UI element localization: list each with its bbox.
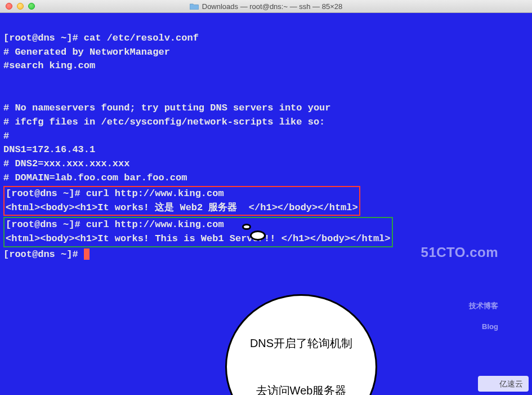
folder-icon [190, 3, 199, 10]
cloud-icon [484, 380, 496, 388]
terminal-line: # [3, 131, 9, 141]
watermark-51cto: 51CTO.com 技术博客 Blog [421, 214, 498, 371]
highlight-box-red: [root@dns ~]# curl http://www.king.com <… [3, 186, 360, 216]
window-title: Downloads — root@dns:~ — ssh — 85×28 [202, 2, 343, 11]
callout-line: DNS开启了轮询机制 [238, 335, 364, 351]
watermark-text: 51CTO.com [421, 242, 498, 262]
terminal-line: #search king.com [3, 60, 95, 71]
terminal-line: DNS1=172.16.43.1 [3, 144, 95, 155]
terminal-line: [root@dns ~]# curl http://www.king.com [6, 219, 224, 230]
terminal-line: [root@dns ~]# curl http://www.king.com [6, 188, 224, 199]
speech-bubble: DNS开启了轮询机制 去访问Web服务器 [225, 238, 377, 395]
terminal-cursor [84, 248, 90, 260]
terminal-line: <html><body><h1>It works! 这是 Web2 服务器 </… [6, 202, 358, 213]
bubble-tail-icon [250, 230, 266, 241]
bubble-body: DNS开启了轮询机制 去访问Web服务器 [225, 294, 377, 395]
terminal-line: [root@dns ~]# cat /etc/resolv.conf [3, 33, 199, 43]
watermark-text: 亿速云 [499, 378, 523, 389]
window-titlebar: Downloads — root@dns:~ — ssh — 85×28 [0, 0, 532, 13]
terminal-content[interactable]: [root@dns ~]# cat /etc/resolv.conf # Gen… [0, 13, 532, 395]
terminal-prompt: [root@dns ~]# [3, 249, 84, 260]
bubble-tail-icon [242, 224, 251, 230]
watermark-text: Blog [482, 322, 498, 331]
terminal-line: # Generated by NetworkManager [3, 47, 170, 57]
close-window-button[interactable] [6, 3, 12, 10]
traffic-lights [0, 3, 35, 10]
minimize-window-button[interactable] [17, 3, 24, 10]
terminal-line: # No nameservers found; try putting DNS … [3, 103, 331, 113]
window-title-wrap: Downloads — root@dns:~ — ssh — 85×28 [0, 2, 532, 11]
terminal-line: # ifcfg files in /etc/sysconfig/network-… [3, 117, 325, 127]
watermark-yisu: 亿速云 [478, 376, 529, 392]
terminal-line: # DOMAIN=lab.foo.com bar.foo.com [3, 172, 187, 183]
zoom-window-button[interactable] [28, 3, 35, 10]
watermark-text: 技术博客 [469, 301, 498, 310]
terminal-line: # DNS2=xxx.xxx.xxx.xxx [3, 158, 129, 169]
callout-line: 去访问Web服务器 [238, 383, 364, 395]
